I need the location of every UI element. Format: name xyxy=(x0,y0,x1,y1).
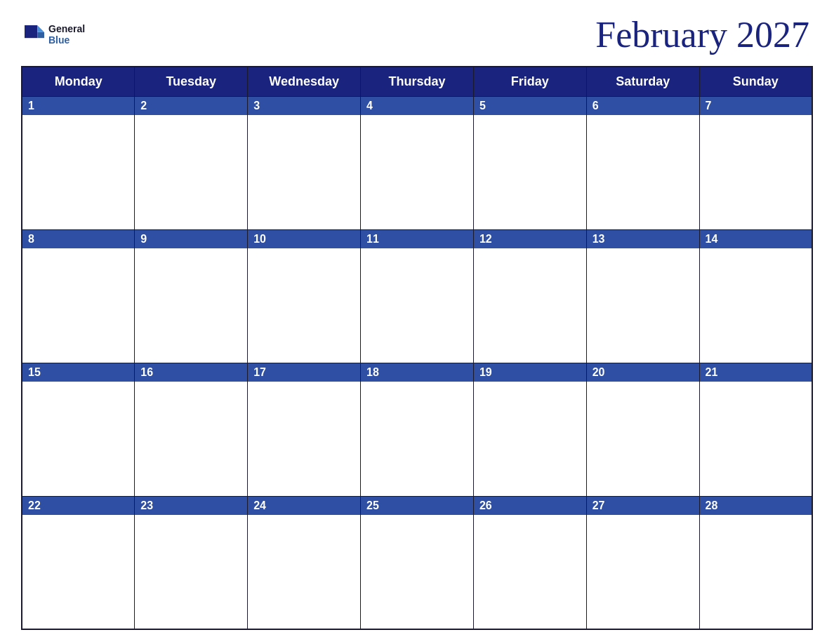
day-body-17 xyxy=(248,382,360,495)
day-cell-3[interactable]: 3 xyxy=(248,97,361,230)
day-number-7: 7 xyxy=(700,97,812,115)
page: General Blue February 2027 Monday Tuesda… xyxy=(0,0,834,644)
day-cell-10[interactable]: 10 xyxy=(248,229,361,363)
day-body-20 xyxy=(587,382,699,495)
week-row-1: 1234567 xyxy=(22,97,812,230)
day-number-11: 11 xyxy=(361,230,473,248)
day-body-5 xyxy=(474,115,586,228)
calendar-body: 1234567891011121314151617181920212223242… xyxy=(22,97,812,630)
day-body-22 xyxy=(22,515,134,627)
day-cell-11[interactable]: 11 xyxy=(361,229,474,363)
day-cell-8[interactable]: 8 xyxy=(22,229,135,363)
day-cell-19[interactable]: 19 xyxy=(473,363,586,496)
general-blue-logo-icon xyxy=(25,25,44,45)
day-number-13: 13 xyxy=(587,230,699,248)
header: General Blue February 2027 xyxy=(21,14,813,55)
day-number-8: 8 xyxy=(22,230,134,248)
day-cell-22[interactable]: 22 xyxy=(22,496,135,629)
day-cell-17[interactable]: 17 xyxy=(248,363,361,496)
day-cell-23[interactable]: 23 xyxy=(135,496,248,629)
day-cell-6[interactable]: 6 xyxy=(586,97,699,230)
day-cell-4[interactable]: 4 xyxy=(361,97,474,230)
day-cell-28[interactable]: 28 xyxy=(699,496,812,629)
day-number-21: 21 xyxy=(700,363,812,382)
day-body-2 xyxy=(135,115,247,228)
day-body-12 xyxy=(474,248,586,361)
day-number-26: 26 xyxy=(474,497,586,515)
day-body-1 xyxy=(22,115,134,228)
day-cell-2[interactable]: 2 xyxy=(135,97,248,230)
day-cell-27[interactable]: 27 xyxy=(586,496,699,629)
day-number-3: 3 xyxy=(248,97,360,115)
day-cell-26[interactable]: 26 xyxy=(473,496,586,629)
day-number-5: 5 xyxy=(474,97,586,115)
day-cell-24[interactable]: 24 xyxy=(248,496,361,629)
day-number-27: 27 xyxy=(587,497,699,515)
day-body-28 xyxy=(700,515,812,627)
day-body-11 xyxy=(361,248,473,361)
day-cell-9[interactable]: 9 xyxy=(135,229,248,363)
col-thursday: Thursday xyxy=(361,67,474,97)
month-title: February 2027 xyxy=(595,14,809,55)
day-number-15: 15 xyxy=(22,363,134,382)
day-number-28: 28 xyxy=(700,497,812,515)
day-cell-7[interactable]: 7 xyxy=(699,97,812,230)
day-number-18: 18 xyxy=(361,363,473,382)
day-number-6: 6 xyxy=(587,97,699,115)
day-body-21 xyxy=(700,382,812,495)
day-number-12: 12 xyxy=(474,230,586,248)
day-body-19 xyxy=(474,382,586,495)
day-cell-5[interactable]: 5 xyxy=(473,97,586,230)
day-cell-25[interactable]: 25 xyxy=(361,496,474,629)
day-cell-20[interactable]: 20 xyxy=(586,363,699,496)
week-row-3: 15161718192021 xyxy=(22,363,812,496)
day-number-23: 23 xyxy=(135,497,247,515)
day-cell-21[interactable]: 21 xyxy=(699,363,812,496)
day-number-9: 9 xyxy=(135,230,247,248)
day-cell-13[interactable]: 13 xyxy=(586,229,699,363)
day-number-1: 1 xyxy=(22,97,134,115)
day-body-26 xyxy=(474,515,586,627)
day-number-25: 25 xyxy=(361,497,473,515)
day-cell-12[interactable]: 12 xyxy=(473,229,586,363)
day-number-10: 10 xyxy=(248,230,360,248)
day-cell-15[interactable]: 15 xyxy=(22,363,135,496)
day-number-20: 20 xyxy=(587,363,699,382)
col-friday: Friday xyxy=(473,67,586,97)
day-cell-18[interactable]: 18 xyxy=(361,363,474,496)
day-cell-1[interactable]: 1 xyxy=(22,97,135,230)
week-row-2: 891011121314 xyxy=(22,229,812,363)
day-cell-16[interactable]: 16 xyxy=(135,363,248,496)
svg-marker-1 xyxy=(37,25,44,32)
logo-general: General xyxy=(48,24,85,34)
day-body-27 xyxy=(587,515,699,627)
day-cell-14[interactable]: 14 xyxy=(699,229,812,363)
day-body-24 xyxy=(248,515,360,627)
day-number-19: 19 xyxy=(474,363,586,382)
week-row-4: 22232425262728 xyxy=(22,496,812,629)
day-body-4 xyxy=(361,115,473,228)
day-number-24: 24 xyxy=(248,497,360,515)
day-body-16 xyxy=(135,382,247,495)
calendar-header: Monday Tuesday Wednesday Thursday Friday… xyxy=(22,67,812,97)
svg-rect-2 xyxy=(37,32,44,37)
day-body-9 xyxy=(135,248,247,361)
day-number-16: 16 xyxy=(135,363,247,382)
day-body-14 xyxy=(700,248,812,361)
day-body-3 xyxy=(248,115,360,228)
day-number-22: 22 xyxy=(22,497,134,515)
day-body-15 xyxy=(22,382,134,495)
day-number-17: 17 xyxy=(248,363,360,382)
col-sunday: Sunday xyxy=(699,67,812,97)
day-body-10 xyxy=(248,248,360,361)
days-of-week-row: Monday Tuesday Wednesday Thursday Friday… xyxy=(22,67,812,97)
day-number-14: 14 xyxy=(700,230,812,248)
day-body-13 xyxy=(587,248,699,361)
col-monday: Monday xyxy=(22,67,135,97)
day-body-23 xyxy=(135,515,247,627)
calendar-table: Monday Tuesday Wednesday Thursday Friday… xyxy=(21,66,813,630)
svg-rect-0 xyxy=(25,25,37,38)
day-body-18 xyxy=(361,382,473,495)
col-saturday: Saturday xyxy=(586,67,699,97)
col-tuesday: Tuesday xyxy=(135,67,248,97)
